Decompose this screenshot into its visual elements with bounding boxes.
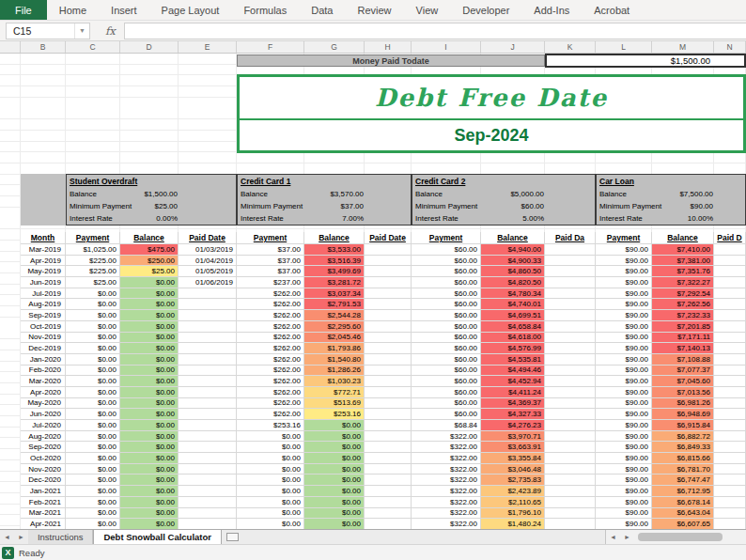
cell-paid-date[interactable]	[179, 409, 237, 420]
cell-payment[interactable]: $60.00	[412, 343, 481, 354]
cell-balance[interactable]: $7,171.11	[652, 333, 714, 344]
cell-paid-date[interactable]	[545, 366, 596, 377]
cell-month[interactable]: Aug-2019	[21, 299, 66, 310]
ribbon-tab-developer[interactable]: Developer	[450, 0, 521, 20]
cell-balance[interactable]: $6,678.14	[652, 497, 714, 508]
cell-payment[interactable]: $90.00	[596, 376, 652, 387]
cell-paid-date[interactable]	[714, 244, 746, 256]
cell-paid-date[interactable]	[179, 474, 237, 486]
cell-payment[interactable]: $1,025.00	[66, 244, 120, 256]
cell-payment[interactable]: $0.00	[66, 387, 120, 398]
column-header-e[interactable]: E	[179, 41, 237, 53]
cell-payment[interactable]: $90.00	[596, 333, 652, 344]
cell-balance[interactable]: $2,110.65	[481, 497, 545, 508]
cell-payment[interactable]: $90.00	[596, 343, 652, 354]
cell-payment[interactable]: $90.00	[596, 420, 652, 431]
cell-paid-date[interactable]	[545, 431, 596, 443]
cell-month[interactable]: May-2019	[21, 266, 66, 277]
cell-payment[interactable]: $0.00	[66, 333, 120, 344]
cell-paid-date[interactable]	[365, 398, 412, 410]
cell-balance[interactable]: $3,533.00	[304, 244, 365, 256]
cell-paid-date[interactable]	[714, 333, 746, 344]
column-header-l[interactable]: L	[596, 41, 652, 53]
cell-paid-date[interactable]	[179, 299, 237, 310]
cell-paid-date[interactable]	[714, 409, 746, 420]
cell-payment[interactable]: $60.00	[412, 256, 481, 267]
column-header-i[interactable]: I	[412, 41, 481, 53]
sheet-tab-debt-snowball-calculator[interactable]: Debt Snowball Calculator	[93, 530, 222, 544]
sheet-tab-instructions[interactable]: Instructions	[28, 530, 94, 544]
column-header-h[interactable]: H	[365, 41, 412, 53]
cell-balance[interactable]: $0.00	[304, 453, 365, 464]
cell-balance[interactable]: $3,663.91	[481, 442, 545, 453]
cell-paid-date[interactable]	[365, 376, 412, 387]
cell-payment[interactable]: $90.00	[596, 256, 652, 267]
cell-balance[interactable]: $6,849.33	[652, 442, 714, 453]
cell-payment[interactable]: $262.00	[237, 299, 304, 310]
cell-balance[interactable]: $0.00	[304, 474, 365, 486]
cell-paid-date[interactable]	[179, 321, 237, 333]
cell-payment[interactable]: $90.00	[596, 442, 652, 453]
cell-balance[interactable]: $0.00	[120, 453, 179, 464]
cell-paid-date[interactable]	[714, 486, 746, 497]
cell-balance[interactable]: $4,699.51	[481, 310, 545, 321]
cell-payment[interactable]: $90.00	[596, 519, 652, 529]
cell-month[interactable]: Jun-2020	[21, 409, 66, 420]
cell-payment[interactable]: $322.00	[412, 474, 481, 486]
cell-paid-date[interactable]	[179, 376, 237, 387]
cell-month[interactable]: Jan-2021	[21, 486, 66, 497]
name-box[interactable]: C15 ▼	[6, 23, 90, 39]
cell-paid-date[interactable]	[365, 354, 412, 366]
cell-balance[interactable]: $6,607.65	[652, 519, 714, 529]
cell-paid-date[interactable]	[179, 366, 237, 377]
ribbon-tab-insert[interactable]: Insert	[99, 0, 149, 20]
debt-interest-rate-value[interactable]: 0.00%	[156, 214, 236, 223]
column-header-k[interactable]: K	[545, 41, 596, 53]
cell-paid-date[interactable]	[179, 343, 237, 354]
cell-balance[interactable]: $7,201.85	[652, 321, 714, 333]
cell-payment[interactable]: $37.00	[237, 266, 304, 277]
debt-balance-value[interactable]: $1,500.00	[144, 190, 236, 198]
cell-payment[interactable]: $60.00	[412, 409, 481, 420]
debt-interest-rate-value[interactable]: 5.00%	[522, 214, 595, 223]
cell-balance[interactable]: $4,276.23	[481, 420, 545, 431]
cell-paid-date[interactable]	[365, 277, 412, 288]
cell-paid-date[interactable]: 01/04/2019	[179, 256, 237, 267]
cell-paid-date[interactable]	[545, 420, 596, 431]
cell-payment[interactable]: $322.00	[412, 519, 481, 529]
cell-payment[interactable]: $322.00	[412, 508, 481, 520]
cell-balance[interactable]: $1,796.10	[481, 508, 545, 520]
cell-balance[interactable]: $513.69	[304, 398, 365, 410]
formula-input[interactable]	[124, 23, 746, 39]
cell-paid-date[interactable]	[179, 354, 237, 366]
ribbon-tab-review[interactable]: Review	[345, 0, 403, 20]
cell-month[interactable]: Apr-2020	[21, 387, 66, 398]
cell-month[interactable]: May-2020	[21, 398, 66, 410]
column-header-j[interactable]: J	[481, 41, 545, 53]
cell-payment[interactable]: $60.00	[412, 398, 481, 410]
cell-payment[interactable]: $0.00	[237, 442, 304, 453]
cell-payment[interactable]: $90.00	[596, 321, 652, 333]
cell-balance[interactable]: $3,499.69	[304, 266, 365, 277]
ribbon-tab-view[interactable]: View	[404, 0, 451, 20]
debt-name[interactable]: Credit Card 1	[238, 175, 411, 188]
cell-balance[interactable]: $4,535.81	[481, 354, 545, 366]
cell-balance[interactable]: $475.00	[120, 244, 179, 256]
cell-payment[interactable]: $0.00	[66, 453, 120, 464]
cell-paid-date[interactable]	[545, 376, 596, 387]
cell-payment[interactable]: $90.00	[596, 354, 652, 366]
cell-paid-date[interactable]	[545, 244, 596, 256]
cell-payment[interactable]: $37.00	[237, 256, 304, 267]
debt-minimum-payment-value[interactable]: $37.00	[341, 202, 411, 210]
cell-paid-date[interactable]	[545, 464, 596, 475]
cell-paid-date[interactable]	[545, 288, 596, 300]
cell-balance[interactable]: $0.00	[304, 431, 365, 443]
cell-month[interactable]: Jul-2020	[21, 420, 66, 431]
cell-paid-date[interactable]: 01/03/2019	[179, 244, 237, 256]
debt-balance-value[interactable]: $7,500.00	[679, 190, 745, 198]
cell-payment[interactable]: $60.00	[412, 288, 481, 300]
cell-payment[interactable]: $60.00	[412, 310, 481, 321]
cell-paid-date[interactable]	[179, 464, 237, 475]
cell-payment[interactable]: $0.00	[66, 497, 120, 508]
cell-paid-date[interactable]	[545, 310, 596, 321]
